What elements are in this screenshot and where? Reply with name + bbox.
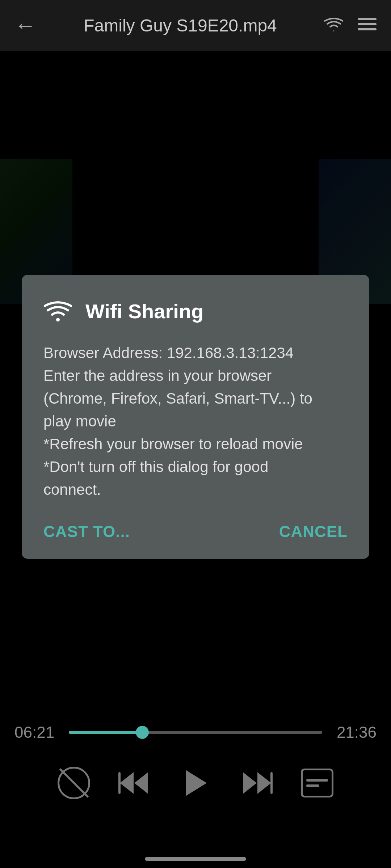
no-image-icon [58,767,90,799]
total-time: 21:36 [333,723,377,741]
top-icons [324,14,377,36]
progress-row: 06:21 21:36 [14,723,377,741]
svg-rect-6 [118,772,121,794]
play-button[interactable] [176,763,215,803]
svg-rect-10 [270,772,273,794]
svg-marker-9 [243,772,257,794]
progress-thumb[interactable] [136,726,149,739]
dialog-title: Wifi Sharing [85,299,203,323]
svg-rect-2 [358,28,377,30]
current-time: 06:21 [14,723,58,741]
top-bar: ← Family Guy S19E20.mp4 [0,0,391,51]
back-button[interactable]: ← [14,14,36,36]
svg-rect-1 [358,23,377,25]
subtitle-line-1 [306,779,328,782]
progress-track[interactable] [69,731,322,734]
no-image-button[interactable] [54,763,94,803]
dialog-body: Browser Address: 192.168.3.13:1234 Enter… [43,341,348,501]
cast-to-button[interactable]: CAST TO... [43,523,130,541]
svg-marker-4 [120,772,134,794]
dialog-wifi-icon [43,297,72,326]
svg-marker-8 [257,772,271,794]
subtitle-icon [301,769,333,797]
subtitle-line-2 [306,784,319,787]
wifi-icon[interactable] [324,14,343,36]
dialog-header: Wifi Sharing [43,297,348,326]
rewind-button[interactable] [115,763,155,803]
svg-rect-0 [358,18,377,20]
progress-fill [69,731,142,734]
fast-forward-button[interactable] [236,763,276,803]
controls-row [14,756,377,810]
dialog-actions: CAST TO... CANCEL [43,523,348,541]
svg-point-3 [56,318,60,322]
svg-marker-7 [186,770,207,796]
menu-icon[interactable] [358,14,377,36]
home-indicator [145,857,246,861]
video-title: Family Guy S19E20.mp4 [47,16,314,35]
video-area[interactable]: Wifi Sharing Browser Address: 192.168.3.… [0,51,391,868]
svg-marker-5 [134,772,148,794]
player-controls: 06:21 21:36 [0,723,391,810]
cancel-button[interactable]: CANCEL [279,523,348,541]
subtitle-button[interactable] [297,763,337,803]
wifi-sharing-dialog: Wifi Sharing Browser Address: 192.168.3.… [22,275,369,559]
